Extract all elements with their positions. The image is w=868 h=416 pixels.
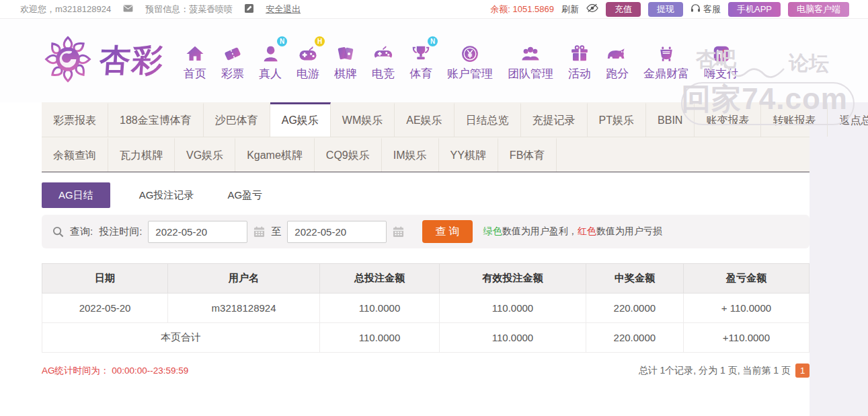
balance-text: 余额: 1051.5869 [490,3,554,15]
tab-bbin[interactable]: BBIN [646,102,695,137]
logo-text: 杏彩 [98,40,165,81]
cell-profit-sum: +110.0000 [683,323,809,353]
col-header-profit-loss: 盈亏金额 [683,264,809,293]
main-nav: 首页 彩票 N 真人 H 电游 棋牌 电竞 N 体育 账户管理 [176,40,746,81]
tab-lottery-report[interactable]: 彩票报表 [42,102,108,137]
customer-service-link[interactable]: 客服 [691,3,721,15]
to-label: 至 [271,226,281,238]
nav-item-home[interactable]: 首页 [176,40,214,81]
tab-fb-sports[interactable]: FB体育 [498,137,557,172]
tab-im[interactable]: IM娱乐 [382,137,439,172]
tab-kgame[interactable]: Kgame棋牌 [235,137,315,172]
cell-username: m3218128924 [168,293,320,323]
trophy-icon [411,44,431,64]
customer-service-label: 客服 [703,3,721,15]
eye-slash-icon[interactable] [586,3,598,15]
pagination: 总计 1个记录, 分为 1 页, 当前第 1 页 1 [639,363,810,378]
nav-item-esports[interactable]: 电竞 [364,40,402,81]
gamepad-icon [298,44,318,64]
tab-188jinbaobo[interactable]: 188金宝博体育 [108,102,204,137]
nav-item-promotions[interactable]: 活动 [561,40,598,81]
nav-item-account[interactable]: 账户管理 [440,40,500,81]
tab-wali-cards[interactable]: 瓦力棋牌 [108,137,175,172]
nav-label: 金鼎财富 [643,66,689,81]
cell-total-label: 本页合计 [42,323,320,353]
table-header-row: 日期 用户名 总投注金额 有效投注金额 中奖金额 盈亏金额 [42,264,810,293]
table-row: 2022-05-20 m3218128924 110.0000 110.0000… [42,293,810,323]
search-panel: 查询: 投注时间: 至 查 询 绿色数值为用户盈利，红色数值为用户亏损 [42,215,810,248]
tab-rebate-total[interactable]: 返点总额 [828,102,868,137]
nav-label: 嗨支付 [704,66,738,81]
search-button[interactable]: 查 询 [422,220,472,243]
esports-gamepad-icon [373,44,393,64]
nav-item-jinding[interactable]: 金鼎财富 [636,40,697,81]
ding-tripod-icon [656,44,676,64]
pagination-summary: 总计 1个记录, 分为 1 页, 当前第 1 页 [639,365,791,377]
tab-yy-cards[interactable]: YY棋牌 [439,137,498,172]
cards-icon [336,44,356,64]
refresh-link[interactable]: 刷新 [561,3,579,15]
tab-pt[interactable]: PT娱乐 [588,102,646,137]
tab-deposit-withdraw-records[interactable]: 充提记录 [521,102,588,137]
nav-label: 彩票 [221,66,244,81]
nav-label: 跑分 [606,66,629,81]
tab-cq9[interactable]: CQ9娱乐 [315,137,382,172]
nav-label: 活动 [568,66,591,81]
cell-valid-bet-sum: 110.0000 [440,323,586,353]
subtab-ag-bet-records[interactable]: AG投注记录 [122,182,211,208]
tab-daily-overview[interactable]: 日结总览 [455,102,521,137]
date-from-input[interactable] [148,221,247,243]
cell-win-amount: 220.0000 [586,293,683,323]
watermark-text-right: 论坛 [789,50,829,77]
tab-vg[interactable]: VG娱乐 [175,137,235,172]
col-header-username: 用户名 [168,264,320,293]
nav-item-hipay[interactable]: 嗨支付 [697,40,746,81]
subtab-ag-daily[interactable]: AG日结 [42,182,110,208]
hint-red-word: 红色 [578,226,596,236]
nav-label: 真人 [259,66,282,81]
edit-icon[interactable] [245,4,253,15]
calendar-icon[interactable] [393,226,404,238]
nav-item-lottery[interactable]: 彩票 [214,40,251,81]
cell-profit-loss: + 110.0000 [683,293,809,323]
logout-link[interactable]: 安全退出 [266,3,301,15]
recharge-button[interactable]: 充值 [606,2,641,17]
tab-transfer-report[interactable]: 转账报表 [761,102,828,137]
col-header-date: 日期 [42,264,168,293]
hi-pay-icon [711,44,732,64]
tab-shaba-sports[interactable]: 沙巴体育 [204,102,270,137]
ticket-icon [223,44,243,64]
search-icon [52,226,64,238]
hint-profit-text: 数值为用户盈利， [502,226,578,236]
nav-label: 团队管理 [508,66,553,81]
tab-ae[interactable]: AE娱乐 [395,102,454,137]
nav-item-team[interactable]: 团队管理 [500,40,561,81]
nav-badge: N [277,36,287,46]
ag-subtabs: AG日结 AG投注记录 AG盈亏 [42,182,810,208]
page-number-button[interactable]: 1 [795,363,810,378]
nav-item-live[interactable]: N 真人 [251,40,289,81]
nav-item-sports[interactable]: N 体育 [402,40,440,81]
tab-balance-query[interactable]: 余额查询 [42,137,108,172]
tab-ag-entertainment[interactable]: AG娱乐 [270,102,331,137]
nav-badge: N [428,36,438,46]
col-header-win-amount: 中奖金额 [586,264,683,293]
coin-icon [460,44,480,64]
ag-stat-time-text: AG统计时间为： 00:00:00--23:59:59 [42,365,188,377]
nav-item-cards[interactable]: 棋牌 [327,40,364,81]
mobile-app-button[interactable]: 手机APP [728,2,781,17]
tab-account-change-report[interactable]: 账变报表 [695,102,761,137]
calendar-icon[interactable] [253,226,265,238]
site-header: 杏彩 首页 彩票 N 真人 H 电游 棋牌 电竞 N 体育 [0,19,868,102]
tab-wm[interactable]: WM娱乐 [331,102,395,137]
pc-client-button[interactable]: 电脑客户端 [788,2,849,17]
site-logo[interactable]: 杏彩 [43,34,164,87]
date-to-input[interactable] [287,221,387,243]
nav-item-paofen[interactable]: 跑分 [598,40,636,81]
color-hint-text: 绿色数值为用户盈利，红色数值为用户亏损 [483,226,662,238]
nav-item-slots[interactable]: H 电游 [289,40,327,81]
bet-time-label: 投注时间: [99,226,142,238]
col-header-valid-bet: 有效投注金额 [440,264,586,293]
withdraw-button[interactable]: 提现 [648,2,683,17]
subtab-ag-profit-loss[interactable]: AG盈亏 [210,182,279,208]
